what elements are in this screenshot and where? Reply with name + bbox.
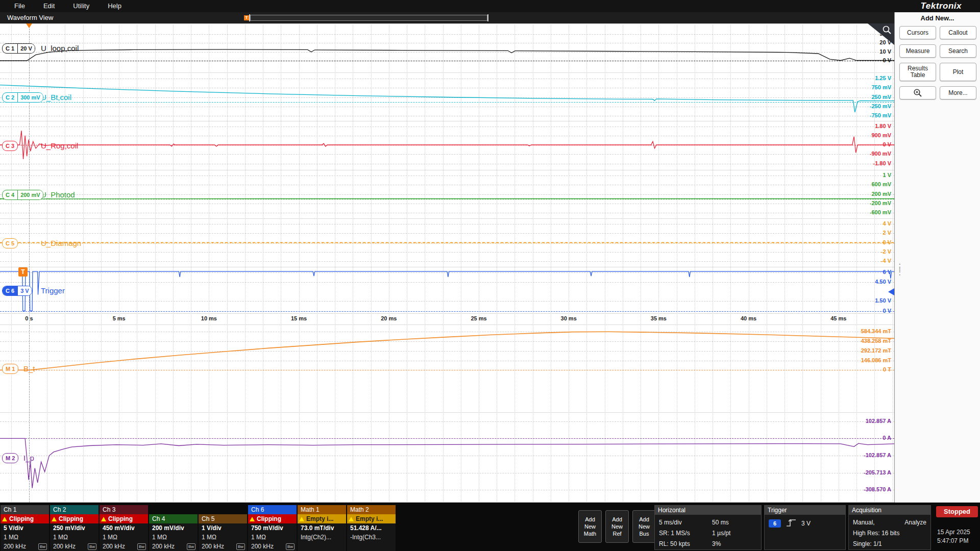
- warning-icon: [101, 517, 106, 521]
- slice-c1: 30 V20 V10 V0 VC 120 VU_loop,coil: [0, 23, 894, 72]
- channel-label-c4: U_Photod: [41, 190, 75, 199]
- channel-block-ch1[interactable]: Ch 1Clipping5 V/div1 MΩ200 kHzBw: [1, 505, 49, 551]
- trace-m2[interactable]: [0, 412, 894, 503]
- rising-edge-icon: [786, 518, 797, 529]
- channel-badge-c6[interactable]: C 63 V: [2, 286, 32, 296]
- horizontal-title: Horizontal: [655, 506, 761, 515]
- add-new-bus-button[interactable]: AddNewBus: [632, 510, 656, 543]
- channel-badge-c1[interactable]: C 120 V: [2, 43, 35, 54]
- plot-button[interactable]: Plot: [940, 63, 976, 81]
- trigger-level-marker[interactable]: [888, 288, 894, 295]
- scale-label-c5: 0 V: [883, 239, 891, 246]
- scale-label-c4: 1 V: [883, 172, 891, 179]
- trace-c3[interactable]: [0, 121, 894, 170]
- scale-label-c3: 900 mV: [871, 132, 891, 139]
- stopped-button[interactable]: Stopped: [936, 506, 978, 517]
- menu-help[interactable]: Help: [99, 0, 131, 12]
- slice-c3: 1.80 V900 mV0 V-900 mV-1.80 VC 3U_Rog,co…: [0, 121, 894, 170]
- channel-block-ch2[interactable]: Ch 2Clipping250 mV/div1 MΩ200 kHzBw: [50, 505, 99, 551]
- channel-label-c5: U_Diamagn: [41, 239, 81, 247]
- channel-row: [347, 542, 396, 551]
- channel-block-ch4[interactable]: Ch 4200 mV/div1 MΩ200 kHzBw: [149, 514, 198, 551]
- scale-label-c5: -2 V: [881, 248, 891, 255]
- channel-row: 200 kHzBw: [248, 542, 297, 551]
- sample-interval: 1 µs/pt: [712, 530, 730, 537]
- channel-badge-m2[interactable]: M 2: [2, 453, 18, 463]
- record-view-bar[interactable]: T: [250, 15, 487, 21]
- bandwidth-icon: Bw: [286, 543, 295, 550]
- scale-label-c6: 1.50 V: [875, 297, 891, 304]
- channel-badge-c5[interactable]: C 5: [2, 238, 18, 248]
- trace-c6[interactable]: [0, 267, 894, 313]
- horizontal-body: 5 ms/div50 ms SR: 1 MS/s1 µs/pt RL: 50 k…: [655, 515, 761, 551]
- results-table-button[interactable]: Results Table: [899, 63, 936, 81]
- scale-label-c4: 600 mV: [871, 181, 891, 188]
- warning-icon: [2, 517, 7, 521]
- slice-m2: 102.857 A0 A-102.857 A-205.713 A-308.570…: [0, 412, 894, 503]
- scale-label-m2: 102.857 A: [866, 418, 891, 424]
- acquisition-panel[interactable]: Acquisition Manual,Analyze High Res: 16 …: [848, 505, 931, 550]
- scale-label-c1: 10 V: [879, 48, 891, 55]
- slice-c6: 6 V4.50 V1.50 V0 VC 63 VTrigger: [0, 267, 894, 313]
- channel-label-c1: U_loop,coil: [41, 44, 79, 53]
- add-new-buttons: AddNewMathAddNewRefAddNewBus: [578, 510, 656, 543]
- sidebar-grip[interactable]: [895, 265, 904, 274]
- menu-file[interactable]: File: [5, 0, 34, 12]
- scale-label-c2: 1.25 V: [875, 75, 891, 82]
- warning-icon: [52, 517, 57, 521]
- time-label: 40 ms: [738, 315, 760, 321]
- scale-label-c3: -900 mV: [870, 151, 891, 157]
- zoom-button[interactable]: [899, 86, 936, 99]
- search-button[interactable]: Search: [940, 44, 976, 58]
- channel-badge-m1[interactable]: M 1: [2, 364, 18, 374]
- channel-row: 450 mV/div: [100, 523, 148, 533]
- trace-c1[interactable]: [0, 23, 894, 72]
- horizontal-panel[interactable]: Horizontal 5 ms/div50 ms SR: 1 MS/s1 µs/…: [654, 505, 762, 550]
- channel-block-ch3[interactable]: Ch 3Clipping450 mV/div1 MΩ200 kHzBw: [100, 505, 148, 551]
- record-trigger-marker[interactable]: T: [244, 15, 249, 20]
- record-length: RL: 50 kpts: [659, 540, 712, 547]
- menu-utility[interactable]: Utility: [64, 0, 99, 12]
- add-new-math-button[interactable]: AddNewMath: [578, 510, 602, 543]
- horizontal-scale: 5 ms/div: [659, 519, 712, 526]
- menu-edit[interactable]: Edit: [34, 0, 64, 12]
- add-new-ref-button[interactable]: AddNewRef: [605, 510, 629, 543]
- channel-row: 200 mV/div: [149, 523, 198, 533]
- scale-label-c4: -600 mV: [870, 209, 891, 216]
- channel-block-math1[interactable]: Math 1Empty i...73.0 mT/divIntg(Ch2)...: [298, 505, 346, 551]
- channel-label-c6: Trigger: [41, 286, 65, 295]
- warning-ch3: Clipping: [100, 514, 148, 523]
- channel-block-ch6[interactable]: Ch 6Clipping750 mV/div1 MΩ200 kHzBw: [248, 505, 297, 551]
- callout-button[interactable]: Callout: [940, 26, 976, 39]
- channel-row: 750 mV/div: [248, 523, 297, 533]
- trigger-source-channel[interactable]: 6: [769, 519, 781, 528]
- time-label: 45 ms: [827, 315, 850, 321]
- channel-blocks: Ch 1Clipping5 V/div1 MΩ200 kHzBwCh 2Clip…: [1, 505, 396, 551]
- channel-block-math2[interactable]: Math 2Empty i...51.428 A/...-Intg(Ch3...: [347, 505, 396, 551]
- time-label: 20 ms: [378, 315, 400, 321]
- channel-badge-c4[interactable]: C 4200 mV: [2, 190, 43, 200]
- measure-button[interactable]: Measure: [899, 44, 936, 58]
- channel-badge-c3[interactable]: C 3: [2, 141, 18, 151]
- slice-c5: 4 V2 V0 V-2 V-4 VC 5U_Diamagn: [0, 218, 894, 267]
- more-button[interactable]: More...: [940, 86, 976, 99]
- zoom-corner-button[interactable]: [868, 23, 894, 45]
- trace-c2[interactable]: [0, 72, 894, 121]
- time-label: 10 ms: [198, 315, 220, 321]
- trace-m1[interactable]: [0, 324, 894, 412]
- trigger-source-badge[interactable]: T: [18, 267, 28, 277]
- scale-label-m2: -102.857 A: [864, 452, 891, 459]
- channel-row: 1 MΩ: [248, 533, 297, 542]
- menu-bar: FileEditUtilityHelp Tektronix: [0, 0, 980, 12]
- trace-c5[interactable]: [0, 218, 894, 267]
- channel-badge-c2[interactable]: C 2300 mV: [2, 92, 43, 103]
- trace-c4[interactable]: [0, 170, 894, 218]
- scale-label-c3: 1.80 V: [875, 123, 891, 130]
- trigger-panel[interactable]: Trigger 6 3 V: [764, 505, 846, 550]
- trigger-position-marker[interactable]: [26, 23, 32, 28]
- time-label: 5:47:07 PM: [937, 537, 980, 545]
- channel-header-ch5: Ch 5: [199, 514, 247, 523]
- cursors-button[interactable]: Cursors: [899, 26, 936, 39]
- slice-c2: 1.25 V750 mV250 mV-250 mV-750 mVC 2300 m…: [0, 72, 894, 121]
- channel-block-ch5[interactable]: Ch 51 V/div1 MΩ200 kHzBw: [199, 514, 247, 551]
